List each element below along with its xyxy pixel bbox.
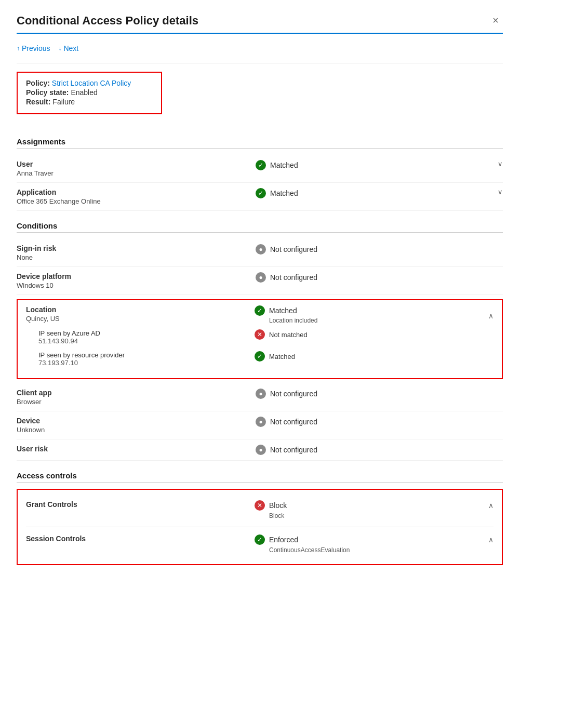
location-value: Quincy, US (26, 315, 255, 323)
grant-status-label: Block (269, 501, 287, 510)
condition-row-device: Device Unknown ● Not configured (17, 411, 503, 439)
signin-risk-left: Sign-in risk None (17, 244, 256, 261)
azure-ad-label: IP seen by Azure AD (38, 329, 255, 337)
application-chevron[interactable]: ∨ (498, 188, 503, 196)
device-platform-status-label: Not configured (270, 273, 317, 282)
device-platform-left: Device platform Windows 10 (17, 272, 256, 289)
previous-arrow: ↑ (17, 45, 20, 52)
signin-risk-status: ● Not configured (256, 244, 503, 255)
client-app-icon: ● (256, 389, 266, 399)
session-label: Session Controls (26, 534, 255, 543)
state-label: Policy state: (26, 88, 69, 97)
device-status-label: Not configured (270, 418, 317, 426)
application-status-label: Matched (270, 189, 298, 197)
session-controls-row: Session Controls ✓ Enforced ContinuousAc… (26, 529, 493, 559)
user-value: Anna Traver (17, 169, 256, 177)
location-box: Location Quincy, US ✓ Matched Location i… (17, 299, 503, 379)
signin-risk-icon: ● (256, 244, 266, 255)
azure-ad-left: IP seen by Azure AD 51.143.90.94 (38, 329, 255, 345)
grant-sub-label: Block (269, 512, 284, 519)
azure-ad-status: ✕ Not matched (255, 329, 308, 340)
location-label: Location (26, 305, 255, 314)
next-arrow: ↓ (58, 45, 61, 52)
assignments-header: Assignments (17, 137, 503, 146)
resource-provider-label: IP seen by resource provider (38, 351, 255, 359)
resource-provider-status: ✓ Matched (255, 351, 295, 362)
access-controls-box: Grant Controls ✕ Block Block ∧ Session C… (17, 489, 503, 565)
application-matched-icon: ✓ (256, 188, 266, 198)
grant-block-icon: ✕ (255, 500, 265, 511)
panel: Conditional Access Policy details × ↑ Pr… (0, 0, 519, 722)
location-left: Location Quincy, US (26, 305, 255, 323)
session-status: ✓ Enforced ContinuousAccessEvaluation (255, 534, 493, 554)
grant-label: Grant Controls (26, 500, 255, 509)
user-chevron[interactable]: ∨ (498, 160, 503, 168)
application-value: Office 365 Exchange Online (17, 197, 256, 205)
result-label: Result: (26, 98, 50, 106)
policy-result-row: Result: Failure (26, 98, 153, 106)
resource-provider-icon: ✓ (255, 351, 265, 362)
sub-row-resource-provider: IP seen by resource provider 73.193.97.1… (38, 351, 493, 367)
device-status: ● Not configured (256, 417, 503, 427)
assignment-row-user: User Anna Traver ✓ Matched ∨ (17, 155, 503, 183)
grant-status-row: ✕ Block (255, 500, 287, 511)
assignment-row-application: Application Office 365 Exchange Online ✓… (17, 183, 503, 211)
resource-provider-ip: 73.193.97.10 (38, 359, 255, 367)
result-value: Failure (52, 98, 75, 106)
grant-status: ✕ Block Block (255, 500, 493, 519)
policy-name-row: Policy: Strict Location CA Policy (26, 79, 153, 87)
signin-risk-label: Sign-in risk (17, 244, 256, 252)
condition-row-signin-risk: Sign-in risk None ● Not configured (17, 239, 503, 267)
device-left: Device Unknown (17, 417, 256, 434)
client-app-label: Client app (17, 389, 256, 397)
session-status-label: Enforced (269, 536, 298, 544)
session-chevron[interactable]: ∧ (488, 536, 493, 544)
access-controls-divider (17, 482, 503, 483)
device-platform-value: Windows 10 (17, 282, 256, 289)
application-label: Application (17, 188, 256, 196)
user-status: ✓ Matched (256, 160, 498, 170)
user-risk-icon: ● (256, 445, 266, 455)
close-button[interactable]: × (488, 12, 503, 29)
grant-left: Grant Controls (26, 500, 255, 509)
location-status-label: Matched (269, 306, 297, 315)
session-left: Session Controls (26, 534, 255, 543)
device-label: Device (17, 417, 256, 425)
next-button[interactable]: ↓ Next (58, 42, 78, 55)
assignment-left-application: Application Office 365 Exchange Online (17, 188, 256, 205)
assignment-left-user: User Anna Traver (17, 160, 256, 177)
policy-label: Policy: (26, 79, 50, 87)
device-icon: ● (256, 417, 266, 427)
policy-summary: Policy: Strict Location CA Policy Policy… (17, 72, 162, 114)
location-header-row: Location Quincy, US ✓ Matched Location i… (26, 305, 493, 324)
location-status-row: ✓ Matched (255, 305, 297, 316)
device-value: Unknown (17, 426, 256, 434)
grant-chevron[interactable]: ∧ (488, 501, 493, 510)
location-chevron[interactable]: ∧ (488, 312, 493, 320)
sub-row-azure-ad: IP seen by Azure AD 51.143.90.94 ✕ Not m… (38, 329, 493, 345)
panel-header: Conditional Access Policy details × (17, 12, 503, 34)
previous-label: Previous (22, 44, 50, 52)
assignments-divider (17, 148, 503, 149)
policy-link[interactable]: Strict Location CA Policy (52, 79, 131, 87)
signin-risk-value: None (17, 253, 256, 261)
azure-ad-status-label: Not matched (269, 331, 308, 339)
client-app-status: ● Not configured (256, 389, 503, 399)
condition-row-client-app: Client app Browser ● Not configured (17, 383, 503, 411)
condition-row-device-platform: Device platform Windows 10 ● Not configu… (17, 267, 503, 295)
application-status: ✓ Matched (256, 188, 498, 198)
user-risk-left: User risk (17, 445, 256, 454)
condition-row-user-risk: User risk ● Not configured (17, 439, 503, 461)
user-risk-label: User risk (17, 445, 256, 453)
previous-button[interactable]: ↑ Previous (17, 42, 50, 55)
conditions-header: Conditions (17, 221, 503, 230)
signin-risk-status-label: Not configured (270, 245, 317, 253)
location-sub-rows: IP seen by Azure AD 51.143.90.94 ✕ Not m… (26, 329, 493, 367)
nav-buttons: ↑ Previous ↓ Next (17, 42, 503, 63)
next-label: Next (63, 44, 78, 52)
client-app-status-label: Not configured (270, 390, 317, 398)
resource-provider-status-label: Matched (269, 353, 295, 360)
resource-provider-left: IP seen by resource provider 73.193.97.1… (38, 351, 255, 367)
azure-ad-icon: ✕ (255, 329, 265, 340)
device-platform-label: Device platform (17, 272, 256, 280)
